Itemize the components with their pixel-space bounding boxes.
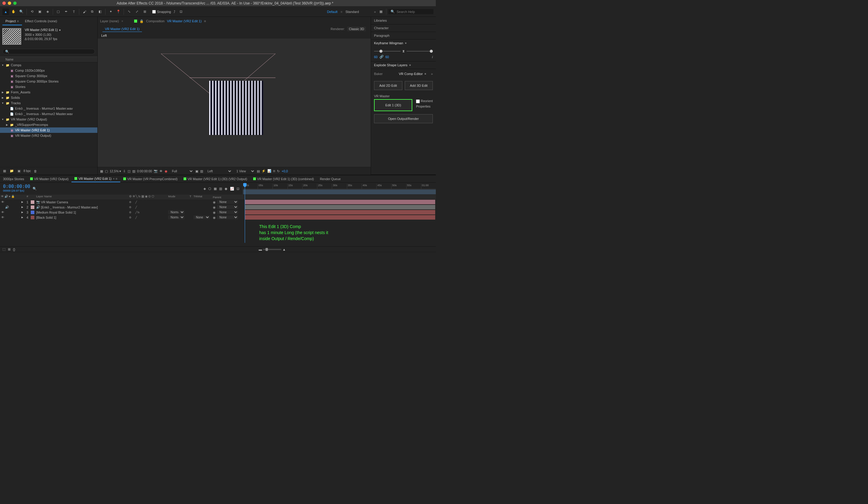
tab-baker[interactable]: Baker: [374, 72, 383, 76]
tab-effect-controls[interactable]: Effect Controls (none): [22, 18, 60, 25]
eraser-tool[interactable]: ◧: [97, 9, 103, 15]
workspace-panel-icon[interactable]: ▦: [378, 9, 384, 15]
hand-tool[interactable]: ✋: [10, 9, 17, 15]
project-item[interactable]: ▣Square Comp 3000px: [0, 73, 97, 78]
tl-mb-icon[interactable]: ◉: [225, 187, 228, 191]
snap-opt-2[interactable]: ⊡: [178, 9, 185, 15]
project-item[interactable]: ▶📁Solids: [0, 95, 97, 100]
camera-tool[interactable]: ▣: [37, 9, 43, 15]
project-column-name[interactable]: Name: [0, 57, 97, 62]
timeline-tab[interactable]: Render Queue: [317, 176, 344, 182]
view-axis-button[interactable]: ⊞: [141, 9, 148, 15]
snapping-checkbox[interactable]: Snapping: [152, 10, 171, 13]
col-layer-name[interactable]: Layer Name: [35, 195, 129, 199]
view-count-dropdown[interactable]: 1 View: [234, 168, 255, 174]
toggle-mask-icon[interactable]: ▢: [105, 169, 108, 173]
tab-project[interactable]: Project≡: [2, 18, 22, 25]
workspace-standard[interactable]: Standard: [342, 9, 362, 15]
properties-link[interactable]: Properties: [416, 105, 433, 108]
tl-draft3d-icon[interactable]: ⬡: [208, 187, 211, 191]
toggle-brackets-icon[interactable]: {}: [13, 248, 15, 251]
col-parent[interactable]: Parent: [213, 195, 243, 199]
tl-blur-icon[interactable]: ▦: [214, 187, 217, 191]
project-tree[interactable]: ▼📁Comps▣Comp 1920x1080px▣Square Comp 300…: [0, 62, 97, 167]
new-folder-icon[interactable]: 📁: [9, 168, 14, 174]
project-search-input[interactable]: [2, 49, 95, 54]
renderer-value[interactable]: Classic 3D: [347, 27, 366, 31]
project-item[interactable]: ▼📁Tracks: [0, 100, 97, 106]
project-item[interactable]: 📄Enkō _ Inversus - Murmur1 Master.wav: [0, 106, 97, 111]
tab-layer-none[interactable]: Layer (none): [100, 19, 119, 23]
tab-explode-shape-layers[interactable]: Explode Shape Layers≡: [371, 62, 436, 69]
bpc-button[interactable]: 8 bpc: [23, 169, 31, 172]
toggle-switches-icon[interactable]: ⬚: [2, 247, 6, 251]
grid-icon[interactable]: ▦: [100, 169, 103, 173]
project-item[interactable]: ▣Stories: [0, 84, 97, 90]
kw-value-left[interactable]: 60: [374, 55, 378, 59]
open-output-render-button[interactable]: Open Output/Render: [374, 114, 433, 123]
zoom-out-icon[interactable]: ▬: [259, 248, 262, 251]
lock-icon[interactable]: 🔒: [140, 19, 144, 23]
roto-tool[interactable]: ✦: [107, 9, 114, 15]
project-item[interactable]: ▶📁_VRSupportPrecomps: [0, 122, 97, 127]
brush-tool[interactable]: 🖌: [81, 9, 88, 15]
col-trkmat[interactable]: TrkMat: [194, 195, 213, 199]
new-comp-icon[interactable]: ▣: [16, 168, 22, 174]
tab-character[interactable]: Character: [371, 24, 436, 32]
clone-tool[interactable]: ⧉: [89, 9, 95, 15]
timeline-layer-row[interactable]: 👁▶4[Black Solid 1]⚙ ╱NormalNone◉None: [0, 215, 243, 220]
snap-opt-1[interactable]: ⤴: [171, 9, 178, 15]
type-tool[interactable]: T: [71, 9, 77, 15]
pan-behind-tool[interactable]: ◈: [44, 9, 51, 15]
add-3d-edit-button[interactable]: Add 3D Edit: [405, 81, 433, 90]
time-ruler[interactable]: :00s05s10s15s20s25s30s35s40s45s50s55s01:…: [243, 184, 436, 189]
resolution-down-icon[interactable]: ⇩: [123, 169, 126, 173]
trash-icon[interactable]: 🗑: [32, 168, 38, 174]
canvas-area[interactable]: [98, 39, 371, 167]
project-item[interactable]: ▶📁Form_Assets: [0, 90, 97, 95]
project-item[interactable]: ▣VR Master (VR2 Output): [0, 133, 97, 138]
timeline-tab[interactable]: VR Master (VR2 Edit 1) (3D) (VR2 Output): [180, 176, 250, 182]
zoom-dropdown[interactable]: 12,5% ▾: [110, 169, 121, 173]
timeline-tab[interactable]: VR Master (VR2 Edit 1) (3D) (combined): [250, 176, 317, 182]
hourglass-icon[interactable]: ⧗: [402, 49, 405, 53]
orbit-tool[interactable]: ⟲: [29, 9, 35, 15]
tl-graph-icon[interactable]: 📈: [230, 187, 234, 191]
timeline-layer-row[interactable]: 👁▶1📷VR Master Camera⚙ ╱◉None: [0, 199, 243, 204]
preview-time[interactable]: 0:00:00:00: [137, 169, 152, 173]
tl-comp-marker-icon[interactable]: ◈: [204, 187, 206, 191]
project-item[interactable]: ▼📁Comps: [0, 62, 97, 68]
world-axis-button[interactable]: ⤢: [134, 9, 140, 15]
project-item[interactable]: ▣Comp 1920x1080px: [0, 68, 97, 73]
interpret-footage-icon[interactable]: ▦: [2, 168, 7, 174]
search-help-field[interactable]: 🔍: [388, 9, 433, 14]
fast-preview-icon[interactable]: ⚡: [262, 169, 266, 173]
timeline-tab[interactable]: VR Master (VR2 Output): [27, 176, 71, 182]
timeline-layer-row[interactable]: 🔊▶2🔊[Enkō _ Inversus - Murmur2 Master.wa…: [0, 204, 243, 210]
tab-vr-comp-editor[interactable]: VR Comp Editor≡: [396, 70, 429, 77]
rectangle-tool[interactable]: ▢: [55, 9, 61, 15]
work-area-bar[interactable]: [243, 189, 436, 194]
maximize-window-button[interactable]: [13, 1, 17, 5]
toggle-modes-icon[interactable]: ⊞: [8, 247, 11, 251]
channel-icon[interactable]: ◉: [165, 169, 167, 173]
transparency-icon[interactable]: ▨: [132, 169, 135, 173]
timeline-search-icon[interactable]: 🔍: [32, 187, 37, 191]
tab-libraries[interactable]: Libraries: [371, 17, 436, 24]
add-2d-edit-button[interactable]: Add 2D Edit: [374, 81, 402, 90]
col-mode[interactable]: Mode: [168, 195, 187, 199]
view-dropdown[interactable]: Left: [205, 168, 232, 174]
show-snapshot-icon[interactable]: 👁: [159, 169, 163, 173]
comp-thumbnail[interactable]: [2, 28, 22, 45]
workspace-default[interactable]: Default: [324, 9, 341, 15]
tl-frame-blend-icon[interactable]: ▥: [219, 187, 222, 191]
timeline-layer-row[interactable]: 👁▶3[Medium Royal Blue Solid 1]⚙ ╱ fxNorm…: [0, 210, 243, 215]
timeline-zoom-slider[interactable]: [263, 249, 281, 250]
edit-1-3d-button[interactable]: Edit 1 (3D): [374, 99, 412, 111]
timeline-icon[interactable]: 📊: [267, 169, 271, 173]
timeline-timecode[interactable]: 0:00:00:00: [3, 184, 27, 189]
roi-icon[interactable]: ◫: [127, 169, 131, 173]
project-item[interactable]: ▼📁VR Master (VR2 Output): [0, 117, 97, 122]
project-item[interactable]: ▣Square Comp 3000px Stories: [0, 78, 97, 84]
local-axis-button[interactable]: ⤡: [126, 9, 132, 15]
